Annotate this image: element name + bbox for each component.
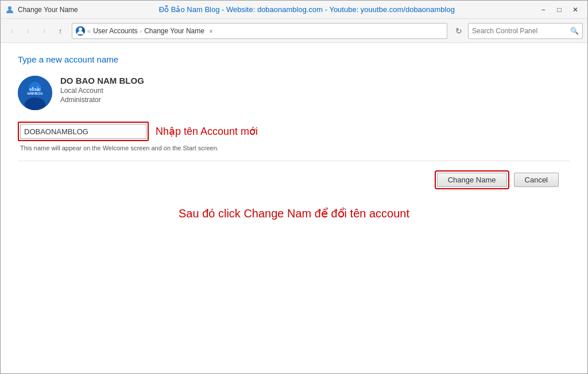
svg-point-0 <box>8 6 11 10</box>
back-button[interactable]: ‹ <box>5 24 19 38</box>
search-box: 🔍 <box>468 23 583 39</box>
breadcrumb-icon <box>76 26 85 36</box>
dropdown-button[interactable]: ∨ <box>37 24 51 38</box>
svg-point-1 <box>79 28 82 31</box>
search-input[interactable] <box>472 27 570 35</box>
search-icon: 🔍 <box>570 27 579 35</box>
section-title: Type a new account name <box>18 54 570 64</box>
user-info: ĐỖ BẢO NAM BLOG DO BAO NAM BLOG Local Ac… <box>18 76 570 110</box>
address-box: « User Accounts › Change Your Name ∨ <box>72 23 447 39</box>
user-name: DO BAO NAM BLOG <box>60 76 144 85</box>
user-details: DO BAO NAM BLOG Local Account Administra… <box>60 76 144 104</box>
window-icon <box>5 5 14 14</box>
breadcrumb-current: Change Your Name <box>144 27 204 35</box>
divider <box>18 161 570 161</box>
window-title: Change Your Name <box>18 6 78 14</box>
svg-text:NAM BLOG: NAM BLOG <box>27 92 42 95</box>
minimize-button[interactable]: − <box>536 4 551 15</box>
address-bar: ‹ › ∨ ↑ « User Accounts › Change Your Na… <box>1 19 587 43</box>
main-content: Type a new account name ĐỖ BẢO NAM BLOG … <box>1 43 587 373</box>
bottom-annotation: Sau đó click Change Nam để đổi tên accou… <box>18 207 570 220</box>
breadcrumb-separator2: › <box>140 28 142 34</box>
cancel-button[interactable]: Cancel <box>514 173 559 187</box>
content-panel: Type a new account name ĐỖ BẢO NAM BLOG … <box>1 43 587 232</box>
window-controls: − □ ✕ <box>536 4 583 15</box>
account-name-input[interactable] <box>20 124 146 139</box>
input-area: Nhập tên Account mới <box>18 122 570 141</box>
title-bar-center-text: Đỗ Bảo Nam Blog - Website: dobaonamblog.… <box>78 5 536 14</box>
breadcrumb-user-accounts[interactable]: User Accounts <box>93 27 137 35</box>
maximize-button[interactable]: □ <box>552 4 567 15</box>
close-button[interactable]: ✕ <box>568 4 583 15</box>
forward-button[interactable]: › <box>21 24 35 38</box>
change-name-button-wrapper: Change Name <box>435 170 509 189</box>
button-area: Change Name Cancel <box>18 170 570 189</box>
avatar: ĐỖ BẢO NAM BLOG <box>18 76 52 110</box>
up-button[interactable]: ↑ <box>53 24 67 38</box>
name-input-wrapper <box>18 122 149 141</box>
breadcrumb-dropdown-icon[interactable]: ∨ <box>207 26 216 36</box>
annotation-text: Nhập tên Account mới <box>156 125 258 138</box>
user-type: Local Account <box>60 87 144 95</box>
breadcrumb-separator1: « <box>87 28 91 34</box>
hint-text: This name will appear on the Welcome scr… <box>20 145 570 151</box>
window: Change Your Name Đỗ Bảo Nam Blog - Websi… <box>0 0 588 374</box>
user-role: Administrator <box>60 96 144 104</box>
refresh-button[interactable]: ↻ <box>452 24 466 38</box>
breadcrumb: « User Accounts › Change Your Name ∨ <box>87 26 443 36</box>
change-name-button[interactable]: Change Name <box>437 173 507 187</box>
title-bar: Change Your Name Đỗ Bảo Nam Blog - Websi… <box>1 1 587 19</box>
